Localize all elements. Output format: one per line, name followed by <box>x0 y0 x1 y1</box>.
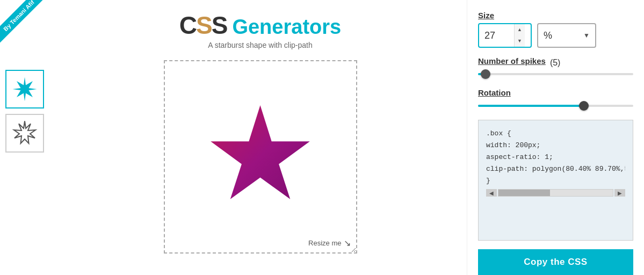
right-panel: Size ▲ ▼ % ▼ Number of spikes (5) <box>467 0 644 275</box>
spikes-control: Number of spikes (5) <box>478 56 633 79</box>
code-scroll[interactable]: .box { width: 200px; aspect-ratio: 1; cl… <box>486 128 625 187</box>
logo-subtitle: A starburst shape with clip-path <box>208 41 313 49</box>
unit-select[interactable]: % ▼ <box>537 23 596 48</box>
code-line-3: aspect-ratio: 1; <box>486 151 625 163</box>
badge-corner: By Temani Afif <box>0 0 59 59</box>
star-shape <box>208 105 312 208</box>
scroll-right-button[interactable]: ▶ <box>614 189 625 197</box>
size-spinner[interactable]: ▲ ▼ <box>514 24 525 47</box>
code-section: .box { width: 200px; aspect-ratio: 1; cl… <box>478 120 633 241</box>
resize-label: Resize me ↘ <box>308 238 350 248</box>
rotation-slider[interactable] <box>478 100 633 111</box>
code-line-1: .box { <box>486 128 625 140</box>
size-row: ▲ ▼ % ▼ <box>478 23 633 48</box>
logo-area: CSS Generators A starburst shape with cl… <box>179 11 341 49</box>
spikes-thumb[interactable] <box>481 69 490 79</box>
spikes-track <box>478 73 633 75</box>
scroll-left-button[interactable]: ◀ <box>486 189 497 197</box>
spikes-label: Number of spikes <box>478 56 546 66</box>
logo-css: CSS <box>179 11 227 40</box>
logo-generators: Generators <box>232 16 341 39</box>
spikes-count: (5) <box>550 58 561 68</box>
size-control: Size ▲ ▼ % ▼ <box>478 11 633 48</box>
logo-text: CSS Generators <box>179 11 341 40</box>
size-up-button[interactable]: ▲ <box>515 24 525 35</box>
svg-marker-1 <box>14 121 35 144</box>
rotation-fill <box>478 105 584 107</box>
center-area: CSS Generators A starburst shape with cl… <box>54 0 467 275</box>
spikes-row: Number of spikes (5) <box>478 56 633 69</box>
size-label: Size <box>478 11 633 20</box>
rotation-label: Rotation <box>478 88 633 97</box>
size-down-button[interactable]: ▼ <box>515 35 525 47</box>
code-line-4: clip-path: polygon(80.40% 89.70%,50.58% … <box>486 163 625 175</box>
code-line-2: width: 200px; <box>486 140 625 151</box>
unit-value: % <box>544 30 552 41</box>
shape-thumb-solid[interactable] <box>5 70 44 108</box>
size-input[interactable] <box>479 26 514 46</box>
rotation-thumb[interactable] <box>579 101 589 111</box>
scroll-thumb <box>498 190 550 196</box>
copy-css-button[interactable]: Copy the CSS <box>478 249 633 275</box>
badge-text: By Temani Afif <box>0 0 48 45</box>
scroll-track <box>498 189 613 197</box>
resize-arrow-icon: ↘ <box>344 238 351 248</box>
preview-box[interactable]: Resize me ↘ <box>164 60 357 254</box>
rotation-control: Rotation <box>478 88 633 111</box>
spikes-slider[interactable] <box>478 69 633 79</box>
size-input-wrap[interactable]: ▲ ▼ <box>478 23 532 48</box>
shape-thumb-outline[interactable] <box>5 114 44 153</box>
unit-chevron-icon: ▼ <box>583 32 590 39</box>
code-scrollbar[interactable]: ◀ ▶ <box>486 189 625 197</box>
rotation-track <box>478 105 633 107</box>
svg-marker-0 <box>13 77 37 102</box>
code-line-5: } <box>486 175 625 187</box>
